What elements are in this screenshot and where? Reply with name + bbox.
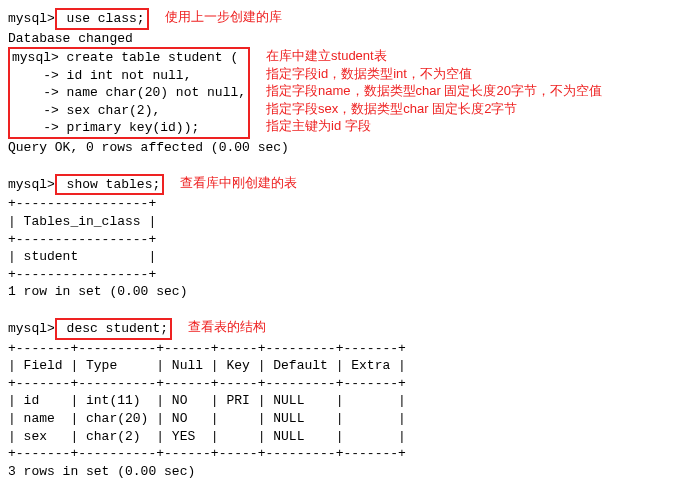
- query-ok: Query OK, 0 rows affected (0.00 sec): [8, 139, 666, 157]
- blank: [8, 301, 666, 319]
- table-row: | Tables_in_class |: [8, 213, 666, 231]
- annot-create-pk: 指定主键为id 字段: [266, 117, 602, 135]
- table-row: +-------+----------+------+-----+-------…: [8, 375, 666, 393]
- table-row: | sex | char(2) | YES | | NULL | |: [8, 428, 666, 446]
- rows-in-set: 3 rows in set (0.00 sec): [8, 463, 666, 481]
- line-desc-student: mysql> desc student; 查看表的结构: [8, 318, 666, 340]
- rows-in-set: 1 row in set (0.00 sec): [8, 283, 666, 301]
- table-row: +-----------------+: [8, 266, 666, 284]
- annot-show: 查看库中刚创建的表: [180, 175, 297, 190]
- annot-create-sex: 指定字段sex，数据类型char 固定长度2字节: [266, 100, 602, 118]
- table-row: +-----------------+: [8, 231, 666, 249]
- cmd-use-class: use class;: [55, 8, 149, 30]
- create-table-block: mysql> create table student ( -> id int …: [8, 47, 666, 139]
- table-row: | student |: [8, 248, 666, 266]
- table-row: | Field | Type | Null | Key | Default | …: [8, 357, 666, 375]
- table-row: +-----------------+: [8, 195, 666, 213]
- annot-desc: 查看表的结构: [188, 319, 266, 334]
- annot-create-title: 在库中建立student表: [266, 47, 602, 65]
- line-use-class: mysql> use class; 使用上一步创建的库: [8, 8, 666, 30]
- annot-create-name: 指定字段name，数据类型char 固定长度20字节，不为空值: [266, 82, 602, 100]
- line-show-tables: mysql> show tables; 查看库中刚创建的表: [8, 174, 666, 196]
- blank: [8, 156, 666, 174]
- db-changed: Database changed: [8, 30, 666, 48]
- cmd-create-table: mysql> create table student ( -> id int …: [8, 47, 250, 139]
- blank: [8, 480, 666, 498]
- table-row: +-------+----------+------+-----+-------…: [8, 340, 666, 358]
- prompt: mysql>: [8, 11, 55, 26]
- table-row: | id | int(11) | NO | PRI | NULL | |: [8, 392, 666, 410]
- cmd-show-tables: show tables;: [55, 174, 164, 196]
- annot-use: 使用上一步创建的库: [165, 9, 282, 24]
- annot-create-id: 指定字段id，数据类型int，不为空值: [266, 65, 602, 83]
- cmd-desc-student: desc student;: [55, 318, 172, 340]
- table-row: +-------+----------+------+-----+-------…: [8, 445, 666, 463]
- table-row: | name | char(20) | NO | | NULL | |: [8, 410, 666, 428]
